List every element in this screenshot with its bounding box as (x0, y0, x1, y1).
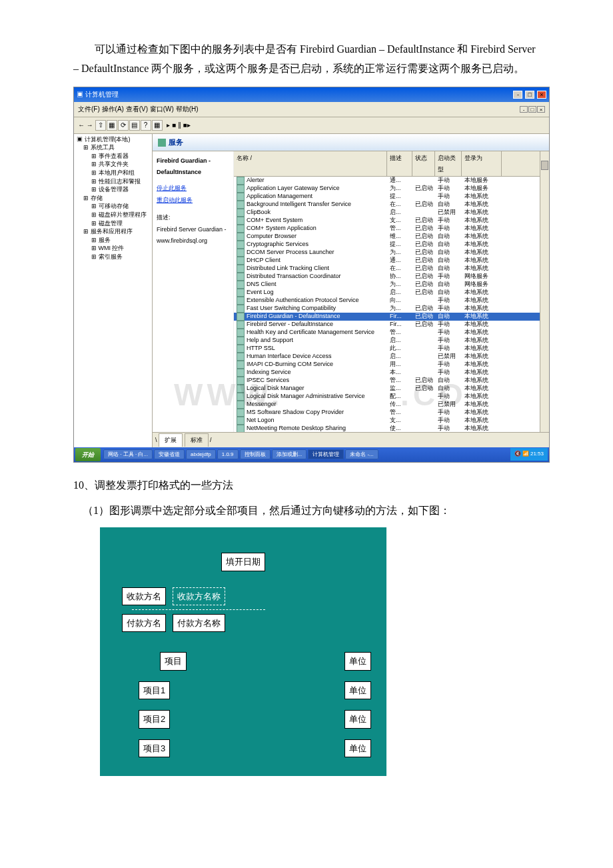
taskbar-task[interactable]: 未命名 -... (345, 449, 378, 459)
window-title: ▣ 计算机管理 (77, 89, 119, 101)
service-row[interactable]: COM+ System Application管...已启动手动本地系统 (234, 225, 540, 233)
service-row[interactable]: Distributed Link Tracking Client在...已启动自… (234, 265, 540, 273)
service-row[interactable]: Fast User Switching Compatibility为...已启动… (234, 305, 540, 313)
tree-node[interactable]: ⊞ 磁盘管理 (75, 219, 151, 228)
service-row[interactable]: Cryptographic Services提...已启动自动本地系统 (234, 241, 540, 249)
tree-node[interactable]: ▣ 计算机管理(本地) (75, 135, 151, 144)
up-icon[interactable]: ⇧ (95, 120, 106, 131)
tree-node[interactable]: ⊞ 服务 (75, 236, 151, 245)
service-row[interactable]: Help and Support启...手动本地系统 (234, 337, 540, 345)
tree-node[interactable]: ⊞ 本地用户和组 (75, 169, 151, 177)
payee-full-field[interactable]: 收款方名称 (173, 587, 225, 605)
service-row[interactable]: IMAPI CD-Burning COM Service用...手动本地系统 (234, 361, 540, 369)
item1-field[interactable]: 项目1 (139, 681, 170, 699)
menu-items[interactable]: 文件(F) 操作(A) 查看(V) 窗口(W) 帮助(H) (78, 103, 199, 115)
unit-header[interactable]: 单位 (344, 652, 371, 670)
col-logon[interactable]: 登录为 (462, 151, 502, 175)
service-row[interactable]: DHCP Client通...已启动自动本地系统 (234, 257, 540, 265)
tree-node[interactable]: ⊞ 索引服务 (75, 253, 151, 261)
col-name[interactable]: 名称 / (234, 151, 387, 175)
scrollbar[interactable] (540, 151, 549, 432)
taskbar-task[interactable]: 控制面板 (240, 449, 271, 459)
taskbar-task[interactable]: 1.0.9 (217, 449, 239, 459)
mdi-controls: -□× (519, 103, 545, 115)
service-row[interactable]: COM+ Event System支...已启动手动本地系统 (234, 217, 540, 225)
col-startup[interactable]: 启动类型 (435, 151, 462, 175)
item3-field[interactable]: 项目3 (139, 739, 170, 757)
payer-name-field[interactable]: 付款方名 (122, 614, 166, 632)
view-icon[interactable]: ▦ (152, 120, 163, 131)
service-row[interactable]: IPSEC Services管...已启动自动本地系统 (234, 377, 540, 385)
tree-node[interactable]: ⊞ 设备管理器 (75, 185, 151, 194)
refresh-icon[interactable]: ⟳ (118, 120, 129, 131)
service-row[interactable]: Distributed Transaction Coordinator协...已… (234, 273, 540, 281)
tab-extended[interactable]: 扩展 (159, 433, 183, 446)
tree-node[interactable]: ⊞ 磁盘碎片整理程序 (75, 211, 151, 219)
tree-node[interactable]: ⊞ 可移动存储 (75, 202, 151, 211)
taskbar-task[interactable]: 网络 · 工具 · 白... (103, 449, 153, 459)
taskbar-task[interactable]: 安徽省道 (154, 449, 185, 459)
menubar: 文件(F) 操作(A) 查看(V) 窗口(W) 帮助(H) -□× (74, 102, 549, 117)
tree-panel[interactable]: ▣ 计算机管理(本地)⊞ 系统工具⊞ 事件查看器⊞ 共享文件夹⊞ 本地用户和组⊞… (74, 134, 153, 447)
unit2-field[interactable]: 单位 (344, 710, 371, 728)
tree-node[interactable]: ⊞ 性能日志和警报 (75, 177, 151, 186)
window-controls: - □ × (512, 89, 546, 101)
col-desc[interactable]: 描述 (387, 151, 412, 175)
stop-link[interactable]: 停止此服务 (157, 183, 229, 193)
service-row[interactable]: Event Log启...已启动自动本地系统 (234, 289, 540, 297)
service-row[interactable]: Logical Disk Manager监...已启动自动本地系统 (234, 385, 540, 393)
taskbar-task[interactable]: 添加或删... (272, 449, 307, 459)
service-row[interactable]: DNS Client为...已启动自动网络服务 (234, 281, 540, 289)
service-row[interactable]: Health Key and Certificate Management Se… (234, 329, 540, 337)
tree-node[interactable]: ⊞ 共享文件夹 (75, 160, 151, 169)
payee-name-field[interactable]: 收款方名 (122, 587, 166, 605)
prop-icon[interactable]: ▦ (107, 120, 117, 131)
tree-node[interactable]: ⊞ 存储 (75, 194, 151, 203)
tree-node[interactable]: ⊞ 系统工具 (75, 143, 151, 152)
window-titlebar: ▣ 计算机管理 - □ × (74, 87, 549, 102)
service-row[interactable]: Net Logon支...手动本地系统 (234, 417, 540, 425)
service-row[interactable]: Application Layer Gateway Service为...已启动… (234, 185, 540, 193)
computer-management-screenshot: ▣ 计算机管理 - □ × 文件(F) 操作(A) 查看(V) 窗口(W) 帮助… (73, 87, 550, 463)
service-row[interactable]: Computer Browser维...已启动自动本地系统 (234, 233, 540, 241)
maximize-icon[interactable]: □ (525, 91, 534, 99)
unit1-field[interactable]: 单位 (344, 681, 371, 699)
tab-standard[interactable]: 标准 (185, 433, 209, 446)
taskbar-task[interactable]: abdejdfp (186, 449, 216, 459)
tree-node[interactable]: ⊞ 事件查看器 (75, 152, 151, 161)
payer-full-field[interactable]: 付款方名称 (173, 614, 225, 632)
service-row[interactable]: Alerter通...手动本地服务 (234, 177, 540, 185)
service-row[interactable]: Firebird Server - DefaultInstanceFir...已… (234, 321, 540, 329)
service-row[interactable]: Indexing Service本...手动本地系统 (234, 369, 540, 377)
taskbar-task[interactable]: 计算机管理 (308, 449, 344, 459)
col-status[interactable]: 状态 (412, 151, 435, 175)
service-row[interactable]: NetMeeting Remote Desktop Sharing使...手动本… (234, 425, 540, 433)
system-tray[interactable]: 🔇 📶 21:53 (510, 448, 548, 460)
service-row[interactable]: Human Interface Device Access启...已禁用本地系统 (234, 353, 540, 361)
start-button[interactable]: 开始 (75, 448, 101, 461)
service-row[interactable]: Logical Disk Manager Administrative Serv… (234, 393, 540, 401)
tree-node[interactable]: ⊞ 服务和应用程序 (75, 227, 151, 236)
subsection-1: （1）图形调票中选定部分或全部项目，然后通过方向键移动的方法，如下图： (83, 501, 540, 521)
unit3-field[interactable]: 单位 (344, 739, 371, 757)
item-header[interactable]: 项目 (160, 652, 187, 670)
close-icon[interactable]: × (537, 91, 546, 99)
service-row[interactable]: MS Software Shadow Copy Provider管...手动本地… (234, 409, 540, 417)
tree-node[interactable]: ⊞ WMI 控件 (75, 244, 151, 253)
service-row[interactable]: Messenger传...已禁用本地系统 (234, 401, 540, 409)
service-row[interactable]: ClipBook启...已禁用本地系统 (234, 209, 540, 217)
fill-date-field[interactable]: 填开日期 (221, 553, 265, 571)
service-row[interactable]: Background Intelligent Transfer Service在… (234, 201, 540, 209)
service-row[interactable]: Application Management提...手动本地系统 (234, 193, 540, 201)
minimize-icon[interactable]: - (513, 91, 522, 99)
restart-link[interactable]: 重启动此服务 (157, 195, 229, 205)
service-row[interactable]: HTTP SSL此...手动本地系统 (234, 345, 540, 353)
service-row[interactable]: Firebird Guardian - DefaultInstanceFir..… (234, 313, 540, 321)
intro-paragraph: 可以通过检查如下图中的服务列表中是否有 Firebird Guardian – … (73, 40, 540, 79)
dashed-divider (132, 609, 265, 610)
export-icon[interactable]: ▤ (129, 120, 140, 131)
service-row[interactable]: Extensible Authentication Protocol Servi… (234, 297, 540, 305)
service-row[interactable]: DCOM Server Process Launcher为...已启动自动本地系… (234, 249, 540, 257)
help-icon[interactable]: ? (141, 120, 151, 131)
item2-field[interactable]: 项目2 (139, 710, 170, 728)
